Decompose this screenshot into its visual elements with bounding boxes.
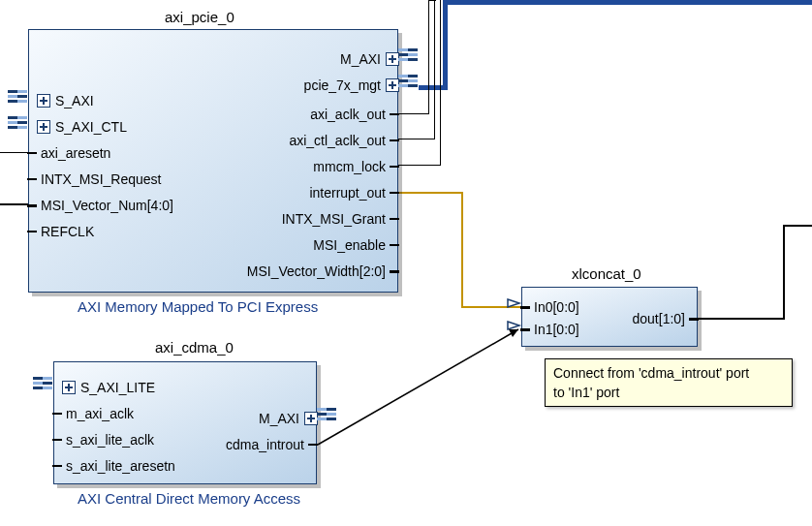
port-label: pcie_7x_mgt	[304, 77, 381, 93]
port-msi-vector-num[interactable]: MSI_Vector_Num[4:0]	[27, 198, 173, 213]
port-msi-enable[interactable]: MSI_enable	[313, 237, 399, 253]
bus-stub-s-axi-ctl	[8, 116, 27, 129]
port-label: INTX_MSI_Request	[41, 171, 162, 187]
port-label: s_axi_lite_aresetn	[66, 458, 175, 474]
port-label: MSI_Vector_Num[4:0]	[41, 198, 173, 213]
tooltip-line: to 'In1' port	[553, 383, 784, 402]
port-mmcm-lock[interactable]: mmcm_lock	[313, 159, 399, 174]
port-label: interrupt_out	[309, 185, 386, 201]
bus-stub-s-axi-lite	[33, 377, 52, 389]
wire-dout-h	[698, 318, 785, 320]
port-dout[interactable]: dout[1:0]	[633, 311, 700, 326]
wire-mmcm-h	[397, 165, 440, 166]
port-s-axi-lite[interactable]: S_AXI_LITE	[52, 380, 155, 395]
port-label: s_axi_lite_aclk	[66, 432, 154, 448]
wire-mmcm-v	[440, 0, 441, 166]
port-label: S_AXI_LITE	[80, 380, 155, 395]
wire-intr-v	[461, 192, 463, 308]
port-s-axi[interactable]: S_AXI	[27, 93, 94, 108]
port-label: m_axi_aclk	[66, 406, 134, 421]
xlconcat-inst-label: xlconcat_0	[572, 265, 641, 282]
port-s-axi-ctl[interactable]: S_AXI_CTL	[27, 119, 127, 135]
svg-line-0	[318, 329, 518, 445]
block-axi-pcie[interactable]: S_AXI S_AXI_CTL axi_aresetn INTX_MSI_Req…	[28, 29, 398, 293]
expand-icon[interactable]	[37, 94, 50, 108]
port-label: MSI_Vector_Width[2:0]	[247, 263, 386, 279]
block-xlconcat[interactable]: In0[0:0] In1[0:0] dout[1:0]	[521, 287, 698, 347]
port-cdma-introut[interactable]: cdma_introut	[226, 437, 318, 452]
port-m-axi[interactable]: M_AXI	[340, 51, 399, 67]
port-cdma-m-axi[interactable]: M_AXI	[259, 411, 318, 426]
wire-ctlaclk-v	[434, 0, 435, 139]
wire-aclk-v	[428, 0, 429, 114]
port-label: In0[0:0]	[534, 299, 579, 315]
port-interrupt-out[interactable]: interrupt_out	[309, 185, 399, 201]
svg-marker-3	[508, 322, 519, 329]
connection-tooltip: Connect from 'cdma_introut' port to 'In1…	[545, 358, 793, 407]
bus-stub-cdma-m-axi	[317, 408, 336, 420]
wire-ctlaclk-h	[397, 139, 434, 139]
wire-aclk-h	[397, 113, 428, 114]
port-label: M_AXI	[259, 411, 299, 426]
pcie-desc-label: AXI Memory Mapped To PCI Express	[78, 298, 318, 315]
pcie-inst-label: axi_pcie_0	[165, 9, 234, 25]
bus-stub-pcie7x	[398, 75, 418, 87]
port-label: INTX_MSI_Grant	[282, 211, 386, 227]
bus-stub-s-axi	[8, 90, 27, 103]
wire-aresetn-in	[0, 152, 29, 153]
block-axi-cdma[interactable]: S_AXI_LITE m_axi_aclk s_axi_lite_aclk s_…	[53, 361, 317, 484]
expand-icon[interactable]	[304, 412, 318, 425]
expand-icon[interactable]	[386, 78, 399, 92]
cdma-inst-label: axi_cdma_0	[155, 339, 234, 356]
cdma-desc-label: AXI Central Direct Memory Access	[78, 490, 300, 507]
svg-marker-1	[509, 329, 518, 337]
port-s-axi-lite-aclk[interactable]: s_axi_lite_aclk	[52, 432, 154, 448]
wire-intr-h2	[461, 306, 521, 308]
port-label: dout[1:0]	[633, 311, 686, 326]
port-axi-aresetn[interactable]: axi_aresetn	[27, 145, 110, 161]
port-refclk[interactable]: REFCLK	[27, 224, 94, 239]
port-label: REFCLK	[41, 224, 94, 239]
port-label: axi_aclk_out	[310, 107, 386, 122]
expand-icon[interactable]	[37, 120, 50, 134]
port-label: MSI_enable	[313, 237, 386, 253]
port-pcie-7x-mgt[interactable]: pcie_7x_mgt	[304, 77, 399, 93]
port-s-axi-lite-aresetn[interactable]: s_axi_lite_aresetn	[52, 458, 175, 474]
port-in1[interactable]: In1[0:0]	[520, 322, 579, 337]
port-in0[interactable]: In0[0:0]	[520, 299, 579, 315]
port-msi-vector-width[interactable]: MSI_Vector_Width[2:0]	[247, 263, 399, 279]
port-axi-aclk-out[interactable]: axi_aclk_out	[310, 107, 399, 122]
port-label: axi_aresetn	[41, 145, 110, 161]
tooltip-line: Connect from 'cdma_introut' port	[553, 363, 784, 383]
expand-icon[interactable]	[62, 381, 76, 394]
port-label: axi_ctl_aclk_out	[289, 133, 386, 148]
port-m-axi-aclk[interactable]: m_axi_aclk	[52, 406, 134, 421]
expand-icon[interactable]	[386, 52, 399, 66]
wire-dout-v	[783, 225, 785, 320]
wire-msivec-in	[0, 203, 29, 205]
port-label: cdma_introut	[226, 437, 304, 452]
bus-stub-m-axi	[398, 48, 418, 61]
diagram-canvas[interactable]: axi_pcie_0 S_AXI S_AXI_CTL axi_aresetn I…	[0, 0, 812, 526]
port-label: mmcm_lock	[313, 159, 386, 174]
port-label: In1[0:0]	[534, 322, 579, 337]
port-label: S_AXI	[55, 93, 94, 108]
port-intx-msi-grant[interactable]: INTX_MSI_Grant	[282, 211, 399, 227]
wire-pcie7x-top	[443, 0, 812, 5]
wire-intr-h1	[397, 192, 463, 194]
wire-pcie7x-v	[443, 0, 448, 90]
port-axi-ctl-aclk-out[interactable]: axi_ctl_aclk_out	[289, 133, 399, 148]
port-label: M_AXI	[340, 51, 381, 67]
port-label: S_AXI_CTL	[55, 119, 127, 135]
wire-dout-top	[783, 225, 812, 227]
port-intx-msi-request[interactable]: INTX_MSI_Request	[27, 171, 162, 187]
